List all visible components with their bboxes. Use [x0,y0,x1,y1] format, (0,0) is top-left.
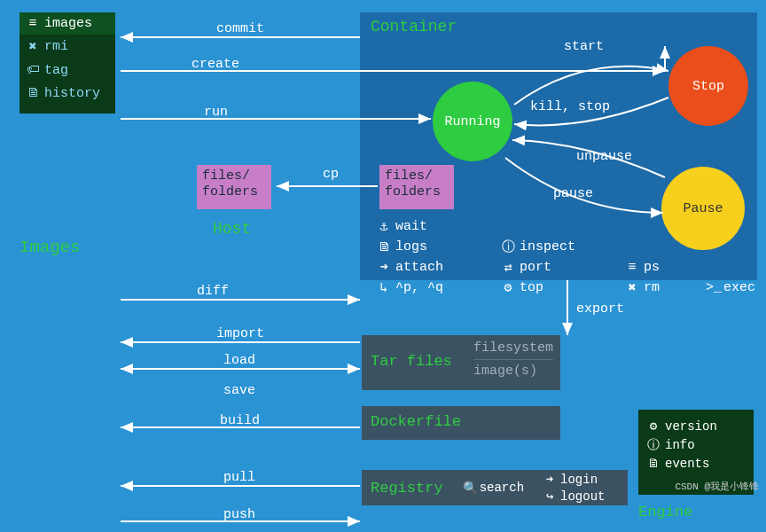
engine-info: ⓘinfo [647,435,745,455]
arrow-save: save [223,383,255,398]
cmd-pq: ↳^p, ^q [378,279,475,296]
state-stop: Stop [668,46,748,126]
logout-icon: ↪ [543,489,556,504]
state-running: Running [433,82,512,161]
registry-login: ➜login [543,472,605,487]
sidebar-item-label: history [44,86,100,101]
search-icon: 🔍 [463,481,475,496]
arrow-in-icon: ➜ [378,259,390,276]
host-heading: Host [213,220,251,238]
x-icon: ✖ [626,279,638,296]
arrow-pull: pull [223,470,255,485]
doc-icon: 🗎 [27,85,39,101]
doc-icon: 🗎 [378,239,390,255]
arrow-kill-stop: kill, stop [530,99,610,114]
cmd-logs: 🗎logs [378,239,475,255]
arrow-diff: diff [197,284,229,299]
login-icon: ➜ [543,472,556,487]
gear-icon: ⚙ [502,279,514,296]
sidebar-item-images[interactable]: ≡images [20,12,115,35]
registry-heading: Registry [371,480,443,497]
engine-heading: Engine [638,504,692,520]
list-icon: ≡ [626,260,638,275]
arrow-import: import [216,326,264,341]
info-icon: ⓘ [502,239,514,255]
dockerfile-panel: Dockerfile [362,406,560,440]
cmd-rm: ✖rm [626,279,679,296]
registry-panel: Registry 🔍search ➜login ↪logout [362,470,628,505]
sidebar-item-history[interactable]: 🗎history [20,82,115,105]
arrow-build: build [220,413,260,428]
gear-icon: ⚙ [647,419,660,434]
files-folders-container: files/ folders [379,165,454,209]
tar-images: image(s) [473,359,553,379]
sidebar: ≡images ✖rmi 🏷tag 🗎history [20,12,115,113]
tar-files-heading: Tar files [362,335,461,370]
container-commands: ⚓wait 🗎logs ⓘinspect ➜attach ⇄port ≡ps ↳… [378,216,750,298]
tar-files-panel: Tar files filesystem image(s) [362,335,560,390]
anchor-icon: ⚓ [378,218,390,235]
images-heading: Images [20,238,80,257]
sidebar-item-rmi[interactable]: ✖rmi [20,35,115,59]
list-icon: ≡ [27,16,39,31]
watermark: CSDN @我是小锋锋 [675,480,759,493]
engine-events: 🗎events [647,455,745,473]
sidebar-item-label: images [44,16,92,31]
cmd-top: ⚙top [502,279,599,296]
doc-icon: 🗎 [647,457,660,471]
arrow-load: load [223,353,255,368]
arrow-export: export [576,301,624,317]
cmd-port: ⇄port [502,259,599,276]
arrow-unpause: unpause [576,149,632,164]
arrow-pause: pause [553,186,593,201]
registry-search: 🔍search [463,481,524,496]
sidebar-item-label: rmi [44,39,68,54]
registry-logout: ↪logout [543,489,605,504]
files-folders-host: files/ folders [197,165,271,209]
arrow-run: run [204,105,228,120]
swap-icon: ⇄ [502,259,514,276]
terminal-icon: >_ [706,280,718,295]
x-icon: ✖ [27,38,39,55]
sidebar-item-label: tag [44,63,68,78]
cmd-exec: >_exec [706,279,766,296]
cmd-wait: ⚓wait [378,218,475,235]
arrow-create: create [192,57,239,72]
engine-version: ⚙version [647,417,745,435]
escape-icon: ↳ [378,279,390,296]
cmd-inspect: ⓘinspect [502,239,599,255]
arrow-cp: cp [323,167,339,182]
tag-icon: 🏷 [27,62,39,78]
arrow-push: push [223,507,255,522]
container-heading: Container [371,18,457,35]
cmd-ps: ≡ps [626,259,723,276]
arrow-start: start [564,39,604,54]
info-icon: ⓘ [647,437,660,453]
sidebar-item-tag[interactable]: 🏷tag [20,59,115,82]
tar-filesystem: filesystem [473,340,553,356]
arrow-commit: commit [216,21,264,36]
cmd-attach: ➜attach [378,259,475,276]
